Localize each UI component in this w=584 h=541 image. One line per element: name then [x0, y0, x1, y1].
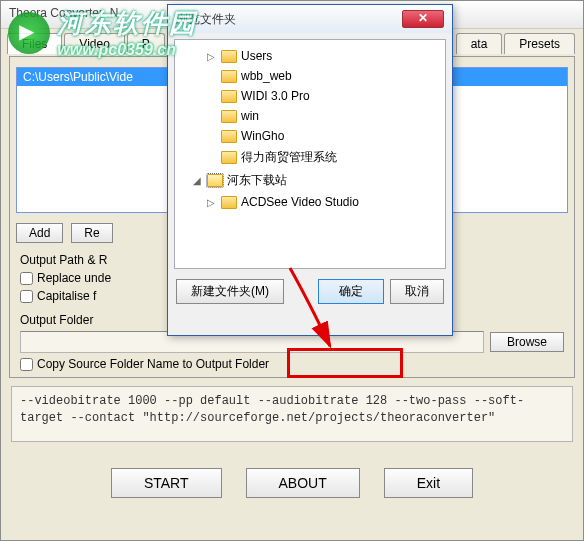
- copy-source-checkbox[interactable]: Copy Source Folder Name to Output Folder: [20, 355, 564, 373]
- window-title: Theora Converter .N: [9, 6, 118, 20]
- tree-item[interactable]: wbb_web: [179, 66, 441, 86]
- dialog-title: 浏览文件夹: [176, 11, 236, 28]
- tree-item-label: WIDI 3.0 Pro: [241, 89, 310, 103]
- remove-button[interactable]: Re: [71, 223, 112, 243]
- tab-p[interactable]: P: [127, 33, 165, 54]
- folder-icon: [221, 70, 237, 83]
- tab-files[interactable]: Files: [7, 33, 62, 54]
- tab-presets[interactable]: Presets: [504, 33, 575, 54]
- replace-underscore-input[interactable]: [20, 272, 33, 285]
- exit-button[interactable]: Exit: [384, 468, 473, 498]
- tree-item-label: win: [241, 109, 259, 123]
- folder-icon: [221, 130, 237, 143]
- start-button[interactable]: START: [111, 468, 222, 498]
- ok-button[interactable]: 确定: [318, 279, 384, 304]
- tree-arrow-icon: ◢: [193, 175, 203, 186]
- folder-icon: [207, 174, 223, 187]
- tree-item-label: wbb_web: [241, 69, 292, 83]
- tree-item[interactable]: 得力商贸管理系统: [179, 146, 441, 169]
- command-line-box[interactable]: --videobitrate 1000 --pp default --audio…: [11, 386, 573, 442]
- dialog-title-bar: 浏览文件夹 ✕: [168, 5, 452, 33]
- tree-item[interactable]: win: [179, 106, 441, 126]
- cancel-button[interactable]: 取消: [390, 279, 444, 304]
- folder-icon: [221, 90, 237, 103]
- folder-tree[interactable]: ▷Userswbb_webWIDI 3.0 ProwinWinGho得力商贸管理…: [174, 39, 446, 269]
- folder-icon: [221, 110, 237, 123]
- close-icon[interactable]: ✕: [402, 10, 444, 28]
- tree-item-label: WinGho: [241, 129, 284, 143]
- tree-item[interactable]: ▷Users: [179, 46, 441, 66]
- tree-item-label: ACDSee Video Studio: [241, 195, 359, 209]
- add-button[interactable]: Add: [16, 223, 63, 243]
- tree-item[interactable]: WIDI 3.0 Pro: [179, 86, 441, 106]
- new-folder-button[interactable]: 新建文件夹(M): [176, 279, 284, 304]
- tree-item-label: Users: [241, 49, 272, 63]
- about-button[interactable]: ABOUT: [246, 468, 360, 498]
- copy-source-input[interactable]: [20, 358, 33, 371]
- tree-item-label: 河东下载站: [227, 172, 287, 189]
- tree-item[interactable]: ▷ACDSee Video Studio: [179, 192, 441, 212]
- tree-item[interactable]: ◢河东下载站: [179, 169, 441, 192]
- tree-item[interactable]: WinGho: [179, 126, 441, 146]
- folder-icon: [221, 50, 237, 63]
- browse-button[interactable]: Browse: [490, 332, 564, 352]
- capitalise-input[interactable]: [20, 290, 33, 303]
- tree-arrow-icon: ▷: [207, 51, 217, 62]
- tree-arrow-icon: ▷: [207, 197, 217, 208]
- tab-ata[interactable]: ata: [456, 33, 503, 54]
- folder-icon: [221, 151, 237, 164]
- browse-folder-dialog: 浏览文件夹 ✕ ▷Userswbb_webWIDI 3.0 ProwinWinG…: [167, 4, 453, 336]
- bottom-buttons: START ABOUT Exit: [1, 450, 583, 516]
- folder-icon: [221, 196, 237, 209]
- dialog-button-row: 新建文件夹(M) 确定 取消: [168, 275, 452, 308]
- tree-item-label: 得力商贸管理系统: [241, 149, 337, 166]
- tab-video[interactable]: Video: [64, 33, 124, 54]
